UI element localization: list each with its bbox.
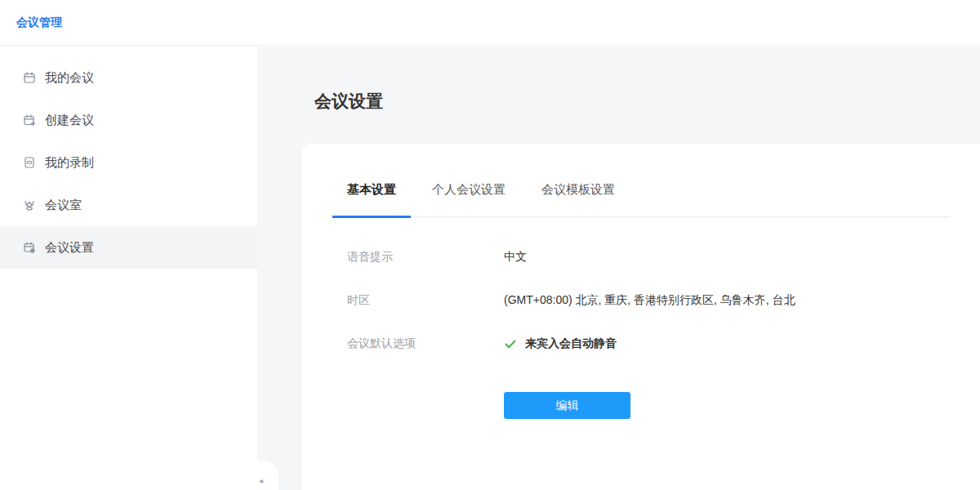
edit-button[interactable]: 编辑 — [504, 392, 630, 419]
sidebar-collapse-handle[interactable]: ◂ — [257, 461, 278, 490]
option-label: 来宾入会自动静音 — [525, 336, 617, 351]
sidebar-item-my-meetings[interactable]: 我的会议 — [0, 56, 257, 99]
page-title: 会议设置 — [314, 90, 383, 113]
sidebar-item-label: 我的录制 — [45, 155, 94, 171]
top-header: 会议管理 — [0, 0, 980, 46]
sidebar-item-meeting-settings[interactable]: 会议设置 — [0, 226, 257, 269]
calendar-plus-icon — [23, 114, 36, 127]
form-row-timezone: 时区 (GMT+08:00) 北京, 重庆, 香港特别行政区, 乌鲁木齐, 台北 — [332, 278, 950, 322]
sidebar-item-my-recordings[interactable]: 我的录制 — [0, 141, 257, 184]
collapse-left-icon: ◂ — [259, 477, 263, 485]
sidebar-gutter: ◂ — [257, 47, 302, 490]
settings-tabs: 基本设置 个人会议设置 会议模板设置 — [332, 144, 950, 217]
form-label: 语音提示 — [332, 250, 504, 265]
meeting-room-icon — [23, 198, 36, 212]
form-label: 时区 — [332, 293, 504, 308]
recording-file-icon — [23, 156, 36, 169]
sidebar-item-meeting-rooms[interactable]: 会议室 — [0, 184, 257, 226]
calendar-gear-icon — [23, 241, 36, 254]
tab-personal-meeting-settings[interactable]: 个人会议设置 — [417, 181, 520, 218]
sidebar-item-label: 会议室 — [45, 198, 82, 213]
form-row-meeting-default-options: 会议默认选项 来宾入会自动静音 — [332, 322, 950, 365]
form-row-voice-prompt: 语音提示 中文 — [332, 235, 950, 278]
form-label: 会议默认选项 — [332, 336, 504, 351]
sidebar-item-label: 会议设置 — [45, 240, 94, 256]
sidebar-item-label: 我的会议 — [45, 70, 94, 86]
settings-card: 基本设置 个人会议设置 会议模板设置 语音提示 中文 时区 (GMT+08:00… — [302, 144, 980, 490]
tab-basic-settings[interactable]: 基本设置 — [332, 181, 411, 218]
form-value: 来宾入会自动静音 — [504, 336, 617, 351]
tab-meeting-template-settings[interactable]: 会议模板设置 — [527, 181, 630, 218]
check-icon — [504, 337, 517, 350]
sidebar: 我的会议 创建会议 我的录制 会议室 会议设置 — [0, 47, 257, 490]
calendar-icon — [23, 71, 36, 84]
sidebar-item-create-meeting[interactable]: 创建会议 — [0, 99, 257, 141]
sidebar-item-label: 创建会议 — [45, 113, 94, 128]
form-value: 中文 — [504, 250, 527, 265]
app-title-link[interactable]: 会议管理 — [16, 16, 62, 30]
form-value: (GMT+08:00) 北京, 重庆, 香港特别行政区, 乌鲁木齐, 台北 — [504, 293, 795, 308]
settings-form: 语音提示 中文 时区 (GMT+08:00) 北京, 重庆, 香港特别行政区, … — [332, 235, 950, 365]
